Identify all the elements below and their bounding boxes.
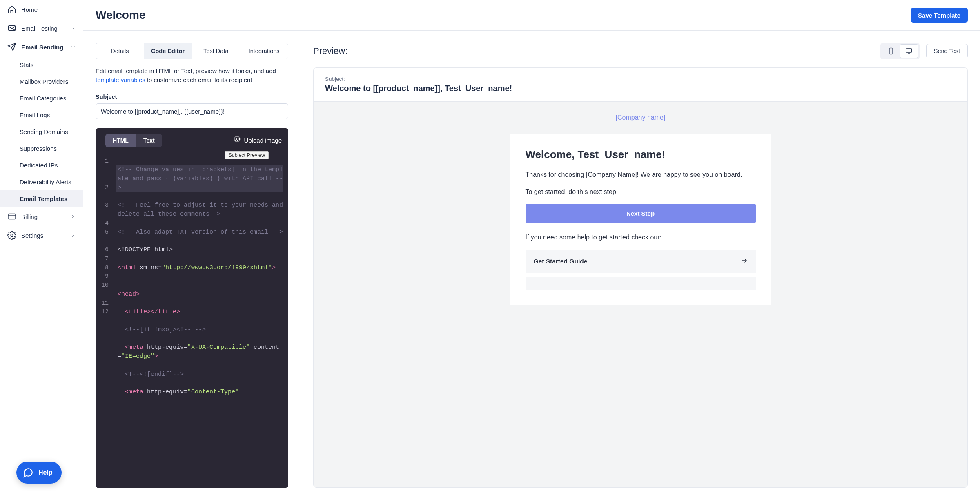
chevron-right-icon	[71, 213, 76, 220]
nav-settings-label: Settings	[21, 232, 43, 239]
image-plus-icon	[234, 136, 241, 145]
editor-tabs: Details Code Editor Test Data Integratio…	[96, 43, 288, 59]
tab-code-editor[interactable]: Code Editor	[144, 43, 192, 59]
nav-dedicated-ips[interactable]: Dedicated IPs	[0, 157, 83, 174]
device-toggle	[880, 43, 920, 59]
resource-row-partial[interactable]	[526, 277, 756, 290]
nav-billing[interactable]: Billing	[0, 207, 83, 226]
editor-pane: Details Code Editor Test Data Integratio…	[83, 31, 301, 500]
resource-guide[interactable]: Get Started Guide	[526, 250, 756, 273]
nav-billing-label: Billing	[21, 213, 38, 220]
gear-icon	[7, 231, 16, 240]
email-paragraph: Thanks for choosing [Company Name]! We a…	[526, 170, 756, 180]
device-mobile[interactable]	[882, 45, 900, 58]
save-template-button[interactable]: Save Template	[911, 8, 968, 23]
tab-test-data[interactable]: Test Data	[192, 43, 241, 59]
company-name: [Company name]	[323, 114, 958, 121]
nav-email-logs[interactable]: Email Logs	[0, 107, 83, 123]
subject-input[interactable]	[96, 103, 288, 119]
template-variables-link[interactable]: template variables	[96, 76, 145, 83]
credit-card-icon	[7, 212, 16, 221]
code-editor: HTML Text Upload image Subject Preview	[96, 128, 288, 488]
nav-email-categories[interactable]: Email Categories	[0, 90, 83, 107]
nav-email-templates[interactable]: Email Templates	[0, 190, 83, 207]
chevron-right-icon	[71, 232, 76, 239]
device-desktop[interactable]	[900, 45, 918, 58]
page-title: Welcome	[96, 9, 145, 22]
nav-email-testing[interactable]: Email Testing	[0, 19, 83, 38]
envelope-check-icon	[7, 24, 16, 33]
help-icon	[22, 467, 34, 479]
preview-subject-label: Subject:	[325, 76, 956, 82]
code-lines[interactable]: <!-- Change values in [brackets] in the …	[116, 153, 288, 488]
page-header: Welcome Save Template	[83, 0, 980, 31]
nav-home-label: Home	[21, 6, 38, 13]
preview-title: Preview:	[313, 46, 347, 56]
preview-subject-value: Welcome to [[product_name]], Test_User_n…	[325, 84, 956, 93]
nav-email-sending[interactable]: Email Sending	[0, 38, 83, 56]
subject-label: Subject	[96, 94, 288, 100]
preview-frame: Subject: Welcome to [[product_name]], Te…	[313, 67, 968, 488]
preview-pane: Preview: Send Test Subject: Welc	[301, 31, 980, 500]
sidebar: Home Email Testing Email Sending Stats M…	[0, 0, 83, 500]
svg-rect-1	[8, 214, 16, 219]
paper-plane-icon	[7, 42, 16, 51]
nav-stats[interactable]: Stats	[0, 56, 83, 73]
email-paragraph: If you need some help to get started che…	[526, 232, 756, 242]
home-icon	[7, 5, 16, 14]
upload-image-link[interactable]: Upload image	[234, 136, 282, 145]
chevron-right-icon	[71, 25, 76, 32]
svg-point-3	[11, 234, 13, 237]
tab-details[interactable]: Details	[96, 43, 144, 59]
nav-email-testing-label: Email Testing	[21, 25, 58, 32]
arrow-right-icon	[740, 257, 748, 266]
format-toggle: HTML Text	[105, 134, 162, 147]
svg-rect-8	[906, 49, 912, 52]
nav-mailbox-providers[interactable]: Mailbox Providers	[0, 73, 83, 90]
nav-suppressions[interactable]: Suppressions	[0, 140, 83, 157]
line-gutter: 1 2 3 4 5 6 7 8 9 10 11 12	[96, 153, 116, 488]
chevron-down-icon	[71, 44, 76, 51]
format-text[interactable]: Text	[136, 134, 162, 147]
format-html[interactable]: HTML	[105, 134, 136, 147]
email-paragraph: To get started, do this next step:	[526, 187, 756, 197]
nav-sending-domains[interactable]: Sending Domains	[0, 123, 83, 140]
help-widget[interactable]: Help	[16, 462, 62, 484]
svg-rect-6	[889, 48, 893, 54]
tooltip: Subject Preview	[225, 151, 269, 159]
instructions-text: Edit email template in HTML or Text, pre…	[96, 67, 288, 85]
send-test-button[interactable]: Send Test	[926, 44, 968, 58]
tab-integrations[interactable]: Integrations	[240, 43, 288, 59]
nav-settings[interactable]: Settings	[0, 226, 83, 245]
email-heading: Welcome, Test_User_name!	[526, 148, 756, 161]
code-body[interactable]: 1 2 3 4 5 6 7 8 9 10 11 12	[96, 153, 288, 488]
nav-email-sending-label: Email Sending	[21, 44, 63, 51]
nav-home[interactable]: Home	[0, 0, 83, 19]
next-step-button[interactable]: Next Step	[526, 204, 756, 223]
svg-rect-4	[235, 137, 240, 141]
nav-deliverability-alerts[interactable]: Deliverability Alerts	[0, 174, 83, 190]
email-body-preview: [Company name] Welcome, Test_User_name! …	[314, 102, 967, 488]
